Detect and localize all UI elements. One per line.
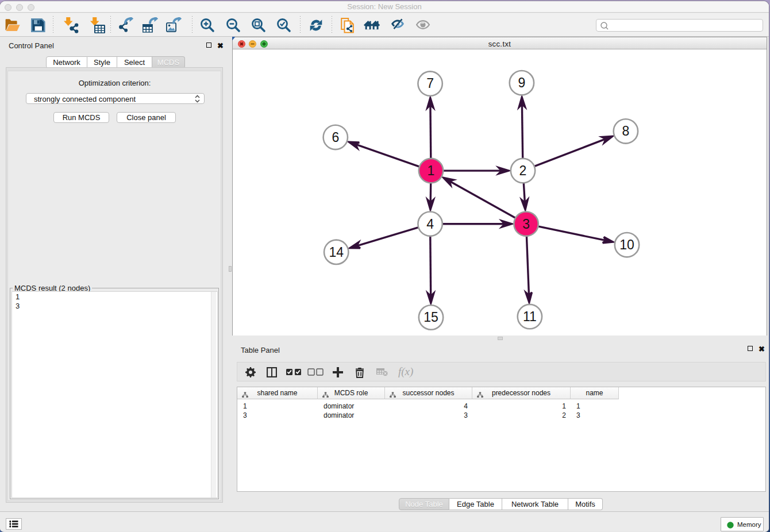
svg-text:11: 11	[523, 309, 537, 324]
svg-text:8: 8	[622, 124, 630, 138]
svg-text:3: 3	[522, 217, 530, 232]
svg-text:1: 1	[428, 163, 435, 178]
svg-text:14: 14	[329, 245, 344, 260]
svg-text:2: 2	[519, 163, 527, 178]
svg-text:10: 10	[619, 237, 634, 252]
svg-text:4: 4	[426, 217, 434, 232]
svg-text:15: 15	[424, 310, 438, 325]
svg-text:9: 9	[518, 75, 526, 90]
svg-text:7: 7	[426, 76, 434, 91]
svg-text:6: 6	[332, 130, 339, 145]
